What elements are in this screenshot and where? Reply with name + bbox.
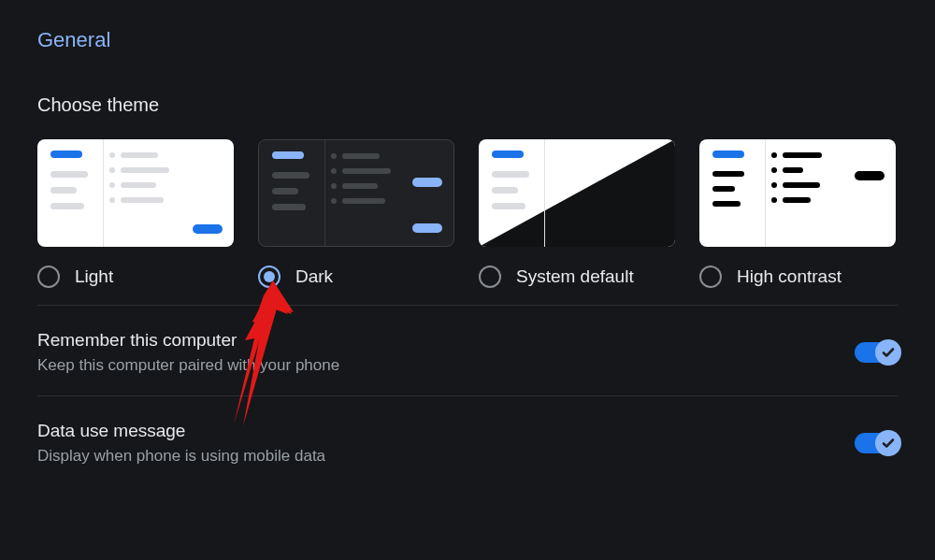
radio-label: System default [516,266,634,287]
theme-preview-light [37,139,234,247]
theme-preview-system-default [479,139,675,247]
radio-label: High contrast [737,266,842,287]
check-icon [881,345,896,360]
setting-subtitle: Display when phone is using mobile data [37,447,325,466]
toggle-remember-computer[interactable] [855,342,898,363]
setting-data-use-message: Data use message Display when phone is u… [37,396,898,486]
radio-icon [258,266,280,288]
setting-subtitle: Keep this computer paired with your phon… [37,356,339,375]
theme-option-system-default[interactable] [479,139,675,247]
toggle-data-use-message[interactable] [855,433,898,453]
theme-preview-dark [258,139,454,247]
theme-option-light[interactable] [37,139,234,247]
radio-system-default[interactable]: System default [479,266,675,288]
setting-remember-computer: Remember this computer Keep this compute… [37,306,898,396]
setting-title: Data use message [37,421,325,441]
radio-icon [699,266,722,288]
radio-high-contrast[interactable]: High contrast [699,266,896,288]
setting-title: Remember this computer [37,330,339,351]
theme-preview-row [37,139,898,247]
radio-icon [37,266,60,288]
radio-icon [479,266,501,288]
radio-dark[interactable]: Dark [258,266,454,288]
theme-radio-row: Light Dark System default High contrast [37,266,898,288]
theme-option-high-contrast[interactable] [699,139,896,247]
check-icon [881,436,896,451]
choose-theme-heading: Choose theme [37,94,898,116]
section-title: General [37,28,898,52]
theme-preview-high-contrast [699,139,896,247]
radio-light[interactable]: Light [37,266,234,288]
radio-label: Light [75,266,113,287]
theme-option-dark[interactable] [258,139,454,247]
radio-label: Dark [295,266,333,287]
